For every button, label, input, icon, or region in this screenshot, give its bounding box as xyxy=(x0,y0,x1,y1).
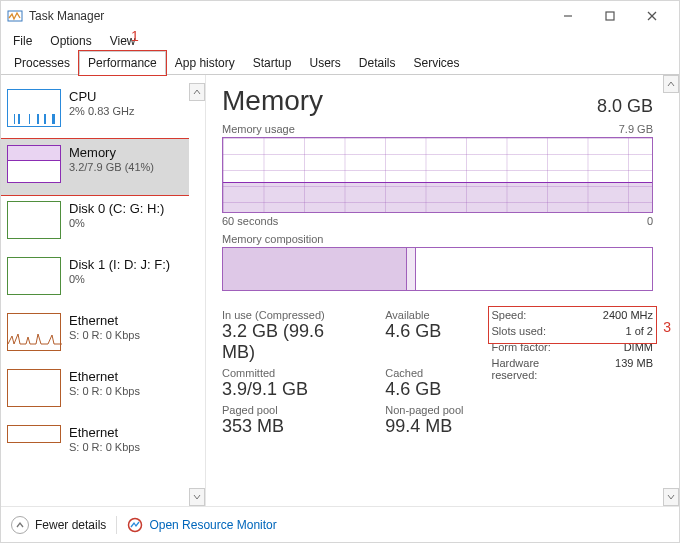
usage-max: 7.9 GB xyxy=(619,123,653,135)
menu-options[interactable]: Options xyxy=(42,32,99,50)
paged-label: Paged pool xyxy=(222,404,357,416)
titlebar: Task Manager xyxy=(1,1,679,31)
slots-label: Slots used: xyxy=(492,325,585,337)
sidebar-cpu-title: CPU xyxy=(69,89,134,105)
sidebar-item-eth3[interactable]: Ethernet S: 0 R: 0 Kbps xyxy=(1,419,189,459)
memory-composition-chart xyxy=(222,247,653,291)
avail-val: 4.6 GB xyxy=(385,321,463,342)
detail-scrollbar[interactable] xyxy=(663,75,679,506)
resource-monitor-label: Open Resource Monitor xyxy=(149,518,276,532)
memory-thumb-icon xyxy=(7,145,61,183)
fewer-details-label: Fewer details xyxy=(35,518,106,532)
chevron-up-icon[interactable] xyxy=(663,75,679,93)
maximize-button[interactable] xyxy=(589,1,631,31)
form-val: DIMM xyxy=(603,341,653,353)
sidebar-eth3-sub: S: 0 R: 0 Kbps xyxy=(69,441,140,453)
sidebar-item-disk1[interactable]: Disk 1 (I: D: J: F:) 0% xyxy=(1,251,189,307)
menu-file[interactable]: File xyxy=(5,32,40,50)
sidebar-eth2-title: Ethernet xyxy=(69,369,140,385)
chevron-down-icon[interactable] xyxy=(189,488,205,506)
tab-app-history[interactable]: App history xyxy=(166,51,244,75)
menubar: File Options View 1 xyxy=(1,31,679,51)
sidebar-item-memory[interactable]: Memory 3.2/7.9 GB (41%) 2 xyxy=(1,139,189,195)
sidebar-disk0-title: Disk 0 (C: G: H:) xyxy=(69,201,164,217)
cached-val: 4.6 GB xyxy=(385,379,463,400)
tabs-row: Processes Performance App history Startu… xyxy=(1,51,679,75)
inuse-label: In use (Compressed) xyxy=(222,309,357,321)
usage-label: Memory usage xyxy=(222,123,295,135)
comp-subhead: Memory composition xyxy=(222,233,653,245)
detail-title: Memory xyxy=(222,85,323,117)
time-zero: 0 xyxy=(647,215,653,227)
memory-usage-chart xyxy=(222,137,653,213)
comp-label: Memory composition xyxy=(222,233,323,245)
inuse-val: 3.2 GB (99.6 MB) xyxy=(222,321,357,363)
disk1-thumb-icon xyxy=(7,257,61,295)
annotation-1: 1 xyxy=(131,28,139,44)
window-title: Task Manager xyxy=(29,9,547,23)
chevron-up-icon[interactable] xyxy=(189,83,205,101)
sidebar-disk1-sub: 0% xyxy=(69,273,170,285)
window-controls xyxy=(547,1,673,31)
sidebar-eth2-sub: S: 0 R: 0 Kbps xyxy=(69,385,140,397)
tab-processes[interactable]: Processes xyxy=(5,51,79,75)
eth3-thumb-icon xyxy=(7,425,61,443)
speed-label: Speed: xyxy=(492,309,585,321)
eth2-thumb-icon xyxy=(7,369,61,407)
task-manager-icon xyxy=(7,8,23,24)
sidebar-eth1-title: Ethernet xyxy=(69,313,140,329)
sidebar-item-cpu[interactable]: CPU 2% 0.83 GHz xyxy=(1,83,189,139)
svg-rect-2 xyxy=(606,12,614,20)
avail-label: Available xyxy=(385,309,463,321)
hwres-label: Hardware reserved: xyxy=(492,357,585,381)
chevron-down-icon[interactable] xyxy=(663,488,679,506)
cached-label: Cached xyxy=(385,367,463,379)
sidebar-cpu-sub: 2% 0.83 GHz xyxy=(69,105,134,117)
hwres-val: 139 MB xyxy=(603,357,653,381)
tab-services[interactable]: Services xyxy=(405,51,469,75)
form-label: Form factor: xyxy=(492,341,585,353)
footer-divider xyxy=(116,516,117,534)
committed-label: Committed xyxy=(222,367,357,379)
time-60s: 60 seconds xyxy=(222,215,278,227)
tab-performance[interactable]: Performance xyxy=(79,51,166,75)
stats-grid: In use (Compressed) 3.2 GB (99.6 MB) Ava… xyxy=(222,309,653,437)
sidebar-item-eth1[interactable]: Ethernet S: 0 R: 0 Kbps xyxy=(1,307,189,363)
sidebar-mem-title: Memory xyxy=(69,145,154,161)
close-button[interactable] xyxy=(631,1,673,31)
nonpaged-label: Non-paged pool xyxy=(385,404,463,416)
nonpaged-val: 99.4 MB xyxy=(385,416,463,437)
committed-val: 3.9/9.1 GB xyxy=(222,379,357,400)
task-manager-window: Task Manager File Options View 1 Process… xyxy=(0,0,680,543)
detail-total: 8.0 GB xyxy=(597,96,653,117)
footer: Fewer details Open Resource Monitor xyxy=(1,506,679,542)
usage-subhead: Memory usage 7.9 GB xyxy=(222,123,653,135)
open-resource-monitor-link[interactable]: Open Resource Monitor xyxy=(127,517,276,533)
disk0-thumb-icon xyxy=(7,201,61,239)
tab-users[interactable]: Users xyxy=(300,51,349,75)
stats-left: In use (Compressed) 3.2 GB (99.6 MB) Ava… xyxy=(222,309,464,437)
cpu-thumb-icon xyxy=(7,89,61,127)
speed-val: 2400 MHz xyxy=(603,309,653,321)
sidebar-scrollbar[interactable] xyxy=(189,83,205,506)
sidebar-disk0-sub: 0% xyxy=(69,217,164,229)
sidebar-list: CPU 2% 0.83 GHz Memory 3.2/7.9 GB (41%) … xyxy=(1,83,189,506)
paged-val: 353 MB xyxy=(222,416,357,437)
stats-right: Speed: 2400 MHz Slots used: 1 of 2 Form … xyxy=(492,309,653,437)
chevron-up-circle-icon xyxy=(11,516,29,534)
usage-time-row: 60 seconds 0 xyxy=(222,215,653,227)
tab-startup[interactable]: Startup xyxy=(244,51,301,75)
minimize-button[interactable] xyxy=(547,1,589,31)
tab-details[interactable]: Details xyxy=(350,51,405,75)
resource-monitor-icon xyxy=(127,517,143,533)
fewer-details-button[interactable]: Fewer details xyxy=(11,516,106,534)
sidebar-eth3-title: Ethernet xyxy=(69,425,140,441)
content: CPU 2% 0.83 GHz Memory 3.2/7.9 GB (41%) … xyxy=(1,75,679,506)
sidebar-item-disk0[interactable]: Disk 0 (C: G: H:) 0% xyxy=(1,195,189,251)
slots-val: 1 of 2 xyxy=(603,325,653,337)
sidebar-disk1-title: Disk 1 (I: D: J: F:) xyxy=(69,257,170,273)
detail-pane: Memory 8.0 GB Memory usage 7.9 GB 60 sec… xyxy=(206,75,679,506)
sidebar-item-eth2[interactable]: Ethernet S: 0 R: 0 Kbps xyxy=(1,363,189,419)
sidebar-mem-sub: 3.2/7.9 GB (41%) xyxy=(69,161,154,173)
sidebar-eth1-sub: S: 0 R: 0 Kbps xyxy=(69,329,140,341)
